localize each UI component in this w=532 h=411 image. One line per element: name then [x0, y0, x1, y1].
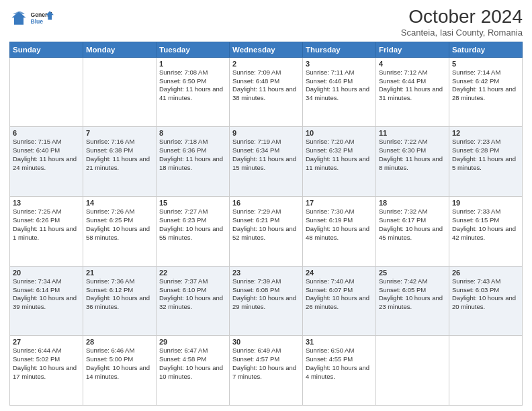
calendar-cell: 19Sunrise: 7:33 AMSunset: 6:15 PMDayligh… — [449, 197, 523, 267]
calendar-cell: 12Sunrise: 7:23 AMSunset: 6:28 PMDayligh… — [449, 127, 523, 197]
svg-text:Blue: Blue — [30, 18, 43, 25]
calendar-cell: 24Sunrise: 7:40 AMSunset: 6:07 PMDayligh… — [303, 266, 376, 336]
daylight-line: Daylight: 11 hours and 11 minutes. — [306, 155, 373, 173]
sunrise-line: Sunrise: 7:11 AM — [306, 68, 373, 77]
sunrise-line: Sunrise: 7:36 AM — [86, 277, 153, 286]
daylight-line: Daylight: 10 hours and 55 minutes. — [159, 225, 226, 242]
sunrise-line: Sunrise: 7:37 AM — [159, 277, 226, 286]
calendar-cell: 23Sunrise: 7:39 AMSunset: 6:08 PMDayligh… — [230, 266, 303, 336]
calendar-cell: 6Sunrise: 7:15 AMSunset: 6:40 PMDaylight… — [10, 127, 83, 197]
sunset-line: Sunset: 6:36 PM — [159, 146, 226, 155]
day-of-week-header: Saturday — [449, 42, 523, 57]
sunrise-line: Sunrise: 7:26 AM — [86, 208, 153, 216]
daylight-line: Daylight: 11 hours and 38 minutes. — [232, 85, 300, 103]
day-number: 28 — [86, 338, 153, 346]
calendar-cell: 11Sunrise: 7:22 AMSunset: 6:30 PMDayligh… — [376, 127, 449, 197]
day-number: 21 — [86, 269, 153, 277]
daylight-line: Daylight: 11 hours and 28 minutes. — [452, 85, 519, 103]
day-number: 7 — [86, 129, 153, 137]
daylight-line: Daylight: 10 hours and 26 minutes. — [306, 294, 373, 312]
daylight-line: Daylight: 10 hours and 32 minutes. — [159, 294, 226, 312]
sunset-line: Sunset: 6:23 PM — [159, 216, 226, 225]
sunset-line: Sunset: 6:32 PM — [306, 146, 373, 155]
sunset-line: Sunset: 5:02 PM — [13, 355, 80, 364]
sunrise-line: Sunrise: 6:49 AM — [232, 347, 300, 355]
daylight-line: Daylight: 10 hours and 14 minutes. — [86, 364, 153, 381]
sunrise-line: Sunrise: 7:43 AM — [452, 277, 519, 286]
sunset-line: Sunset: 6:15 PM — [452, 216, 519, 225]
day-number: 5 — [452, 60, 519, 68]
generalblue-logo-svg: General Blue — [30, 7, 54, 31]
sunset-line: Sunset: 6:34 PM — [232, 146, 300, 155]
day-number: 29 — [159, 338, 226, 346]
sunrise-line: Sunrise: 7:32 AM — [379, 208, 446, 216]
calendar-table: SundayMondayTuesdayWednesdayThursdayFrid… — [9, 42, 523, 406]
page: General Blue October 2024 Scanteia, Iasi… — [0, 0, 532, 411]
daylight-line: Daylight: 11 hours and 1 minute. — [13, 225, 80, 242]
sunset-line: Sunset: 6:05 PM — [379, 286, 446, 295]
day-number: 23 — [232, 269, 300, 277]
sunrise-line: Sunrise: 7:30 AM — [306, 208, 373, 216]
daylight-line: Daylight: 10 hours and 29 minutes. — [232, 294, 300, 312]
day-number: 17 — [306, 199, 373, 207]
daylight-line: Daylight: 10 hours and 45 minutes. — [379, 225, 446, 242]
sunset-line: Sunset: 6:10 PM — [159, 286, 226, 295]
sunset-line: Sunset: 6:12 PM — [86, 286, 153, 295]
daylight-line: Daylight: 10 hours and 42 minutes. — [452, 225, 519, 242]
sunrise-line: Sunrise: 7:25 AM — [13, 208, 80, 216]
sunset-line: Sunset: 6:42 PM — [452, 77, 519, 86]
sunset-line: Sunset: 6:25 PM — [86, 216, 153, 225]
day-number: 22 — [159, 269, 226, 277]
daylight-line: Daylight: 11 hours and 5 minutes. — [452, 155, 519, 173]
sunrise-line: Sunrise: 6:46 AM — [86, 347, 153, 355]
sunset-line: Sunset: 6:17 PM — [379, 216, 446, 225]
daylight-line: Daylight: 10 hours and 36 minutes. — [86, 294, 153, 312]
sunset-line: Sunset: 4:58 PM — [159, 355, 226, 364]
day-number: 14 — [86, 199, 153, 207]
daylight-line: Daylight: 10 hours and 4 minutes. — [306, 364, 373, 381]
daylight-line: Daylight: 11 hours and 18 minutes. — [159, 155, 226, 173]
day-of-week-header: Friday — [376, 42, 449, 57]
calendar-cell: 20Sunrise: 7:34 AMSunset: 6:14 PMDayligh… — [10, 266, 83, 336]
day-of-week-header: Tuesday — [157, 42, 230, 57]
sunrise-line: Sunrise: 6:44 AM — [13, 347, 80, 355]
calendar-week-row: 27Sunrise: 6:44 AMSunset: 5:02 PMDayligh… — [10, 336, 523, 406]
daylight-line: Daylight: 10 hours and 10 minutes. — [159, 364, 226, 381]
day-of-week-header: Thursday — [303, 42, 376, 57]
sunrise-line: Sunrise: 7:19 AM — [232, 138, 300, 146]
calendar-cell: 31Sunrise: 6:50 AMSunset: 4:55 PMDayligh… — [303, 336, 376, 406]
sunset-line: Sunset: 6:08 PM — [232, 286, 300, 295]
sunset-line: Sunset: 4:57 PM — [232, 355, 300, 364]
sunrise-line: Sunrise: 7:16 AM — [86, 138, 153, 146]
calendar-cell: 1Sunrise: 7:08 AMSunset: 6:50 PMDaylight… — [157, 57, 230, 127]
daylight-line: Daylight: 11 hours and 15 minutes. — [232, 155, 300, 173]
calendar-week-row: 6Sunrise: 7:15 AMSunset: 6:40 PMDaylight… — [10, 127, 523, 197]
day-number: 18 — [379, 199, 446, 207]
day-of-week-header: Wednesday — [230, 42, 303, 57]
calendar-cell: 18Sunrise: 7:32 AMSunset: 6:17 PMDayligh… — [376, 197, 449, 267]
sunrise-line: Sunrise: 7:09 AM — [232, 68, 300, 77]
sunset-line: Sunset: 6:40 PM — [13, 146, 80, 155]
day-number: 6 — [13, 129, 80, 137]
daylight-line: Daylight: 10 hours and 48 minutes. — [306, 225, 373, 242]
day-number: 12 — [452, 129, 519, 137]
sunrise-line: Sunrise: 7:39 AM — [232, 277, 300, 286]
day-number: 11 — [379, 129, 446, 137]
day-number: 13 — [13, 199, 80, 207]
sunrise-line: Sunrise: 7:15 AM — [13, 138, 80, 146]
sunrise-line: Sunrise: 7:14 AM — [452, 68, 519, 77]
daylight-line: Daylight: 11 hours and 21 minutes. — [86, 155, 153, 173]
sunset-line: Sunset: 6:07 PM — [306, 286, 373, 295]
calendar-cell: 17Sunrise: 7:30 AMSunset: 6:19 PMDayligh… — [303, 197, 376, 267]
sunrise-line: Sunrise: 7:20 AM — [306, 138, 373, 146]
sunset-line: Sunset: 6:44 PM — [379, 77, 446, 86]
sunset-line: Sunset: 6:48 PM — [232, 77, 300, 86]
day-number: 20 — [13, 269, 80, 277]
calendar-cell: 14Sunrise: 7:26 AMSunset: 6:25 PMDayligh… — [83, 197, 157, 267]
day-number: 25 — [379, 269, 446, 277]
sunrise-line: Sunrise: 7:22 AM — [379, 138, 446, 146]
calendar-cell — [83, 57, 157, 127]
daylight-line: Daylight: 10 hours and 39 minutes. — [13, 294, 80, 312]
calendar-week-row: 13Sunrise: 7:25 AMSunset: 6:26 PMDayligh… — [10, 197, 523, 267]
logo: General Blue — [9, 7, 54, 31]
